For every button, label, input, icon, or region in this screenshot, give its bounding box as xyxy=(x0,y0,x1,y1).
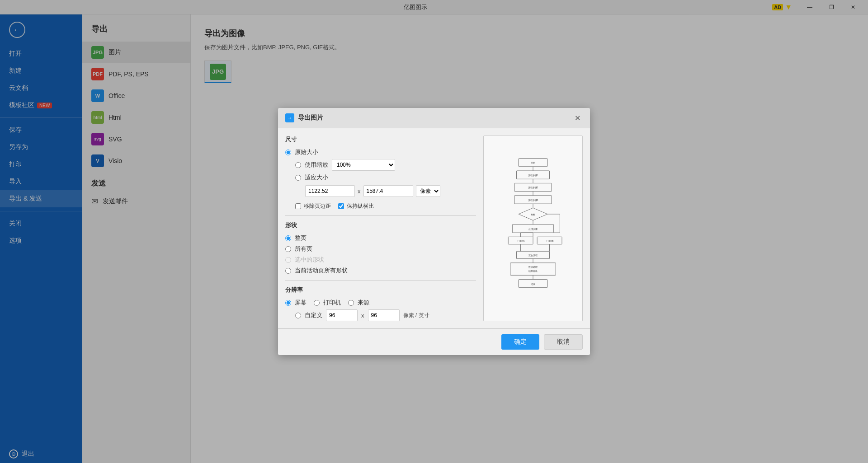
res-width-input[interactable] xyxy=(326,309,358,321)
use-zoom-radio[interactable] xyxy=(295,162,301,168)
fit-size-radio[interactable] xyxy=(295,175,301,181)
original-size-radio[interactable] xyxy=(285,150,291,155)
screen-radio[interactable] xyxy=(285,300,291,306)
selected-shapes-radio[interactable] xyxy=(285,257,291,263)
all-pages-row: 所有页 xyxy=(285,245,476,253)
modal-preview: 开始 流程步骤1 流程步骤2 流程步骤3 判断 xyxy=(483,136,583,321)
svg-text:数据处理: 数据处理 xyxy=(528,265,538,268)
flowchart-svg: 开始 流程步骤1 流程步骤2 流程步骤3 判断 xyxy=(497,156,569,301)
modal-title: → 导出图片 xyxy=(285,113,323,122)
modal-title-text: 导出图片 xyxy=(298,114,323,122)
fit-size-label: 适应大小 xyxy=(305,173,328,182)
original-size-row: 原始大小 xyxy=(285,148,476,156)
use-zoom-row: 使用缩放 100% xyxy=(285,159,476,171)
source-label: 来源 xyxy=(358,299,369,307)
svg-text:判断: 判断 xyxy=(531,213,535,215)
size-radio-group: 原始大小 使用缩放 100% 适应大小 xyxy=(285,148,476,210)
zoom-select[interactable]: 100% xyxy=(332,159,395,171)
resolution-radio-group: 屏幕 打印机 来源 自定义 xyxy=(285,299,476,321)
x-symbol-2: x xyxy=(361,312,364,319)
whole-page-row: 整页 xyxy=(285,234,476,242)
printer-row: 打印机 xyxy=(314,299,341,307)
shape-section-title: 形状 xyxy=(285,221,476,229)
use-zoom-label: 使用缩放 xyxy=(305,161,328,169)
resolution-options-row: 屏幕 打印机 来源 xyxy=(285,299,476,307)
svg-text:结束: 结束 xyxy=(531,283,535,285)
remove-margin-label: 移除页边距 xyxy=(304,202,331,210)
modal-body: 尺寸 原始大小 使用缩放 100% 适应大 xyxy=(278,128,590,328)
remove-margin-checkbox[interactable] xyxy=(295,203,301,209)
cancel-button[interactable]: 取消 xyxy=(544,334,583,350)
svg-text:子流程B: 子流程B xyxy=(546,239,554,242)
width-input[interactable] xyxy=(305,185,355,197)
modal-close-button[interactable]: ✕ xyxy=(572,112,583,123)
all-pages-label: 所有页 xyxy=(295,245,312,253)
svg-text:流程步骤2: 流程步骤2 xyxy=(528,186,538,189)
screen-row: 屏幕 xyxy=(285,299,307,307)
modal-footer: 确定 取消 xyxy=(278,328,590,355)
custom-radio[interactable] xyxy=(295,313,301,318)
all-pages-radio[interactable] xyxy=(285,246,291,252)
keep-ratio-label: 保持纵横比 xyxy=(347,202,374,210)
remove-margin-row: 移除页边距 xyxy=(295,202,331,210)
fit-size-inputs: x 像素 xyxy=(295,185,476,197)
original-size-label: 原始大小 xyxy=(295,148,318,156)
keep-ratio-row: 保持纵横比 xyxy=(338,202,374,210)
svg-text:结果输出: 结果输出 xyxy=(528,270,538,272)
modal-overlay: → 导出图片 ✕ 尺寸 原始大小 使用缩放 xyxy=(0,0,868,463)
selected-shapes-row: 选中的形状 xyxy=(285,256,476,264)
unit-select[interactable]: 像素 xyxy=(416,185,440,197)
modal-left: 尺寸 原始大小 使用缩放 100% 适应大 xyxy=(285,136,476,321)
source-row: 来源 xyxy=(348,299,369,307)
whole-page-radio[interactable] xyxy=(285,235,291,241)
custom-resolution-row: 自定义 x 像素 / 英寸 xyxy=(285,309,476,321)
export-image-modal: → 导出图片 ✕ 尺寸 原始大小 使用缩放 xyxy=(278,108,590,355)
selected-shapes-label: 选中的形状 xyxy=(295,256,324,264)
divider-2 xyxy=(285,280,476,281)
keep-ratio-checkbox[interactable] xyxy=(338,203,344,209)
resolution-section-title: 分辨率 xyxy=(285,286,476,294)
height-input[interactable] xyxy=(363,185,413,197)
res-unit-label: 像素 / 英寸 xyxy=(403,312,429,319)
shape-radio-group: 整页 所有页 选中的形状 当前活动页所有形状 xyxy=(285,234,476,275)
screen-label: 屏幕 xyxy=(295,299,307,307)
modal-header-icon: → xyxy=(285,113,294,122)
x-symbol: x xyxy=(358,188,361,195)
svg-text:处理步骤: 处理步骤 xyxy=(528,227,538,230)
svg-text:流程步骤3: 流程步骤3 xyxy=(528,198,538,201)
fit-size-row: 适应大小 xyxy=(285,173,476,182)
svg-text:开始: 开始 xyxy=(531,161,535,164)
whole-page-label: 整页 xyxy=(295,234,307,242)
divider-1 xyxy=(285,215,476,216)
source-radio[interactable] xyxy=(348,300,354,306)
res-height-input[interactable] xyxy=(368,309,400,321)
current-page-radio[interactable] xyxy=(285,268,291,274)
confirm-button[interactable]: 确定 xyxy=(501,334,539,350)
margin-ratio-options: 移除页边距 保持纵横比 xyxy=(285,202,476,210)
preview-area: 开始 流程步骤1 流程步骤2 流程步骤3 判断 xyxy=(484,136,582,321)
current-page-row: 当前活动页所有形状 xyxy=(285,267,476,275)
svg-text:汇合流程: 汇合流程 xyxy=(528,254,538,257)
svg-text:流程步骤1: 流程步骤1 xyxy=(528,173,538,176)
current-page-label: 当前活动页所有形状 xyxy=(295,267,348,275)
printer-label: 打印机 xyxy=(323,299,341,307)
svg-text:子流程A: 子流程A xyxy=(517,239,525,242)
custom-label: 自定义 xyxy=(305,311,322,319)
modal-header: → 导出图片 ✕ xyxy=(278,108,590,128)
size-section-title: 尺寸 xyxy=(285,136,476,144)
svg-rect-32 xyxy=(510,262,556,275)
printer-radio[interactable] xyxy=(314,300,320,306)
